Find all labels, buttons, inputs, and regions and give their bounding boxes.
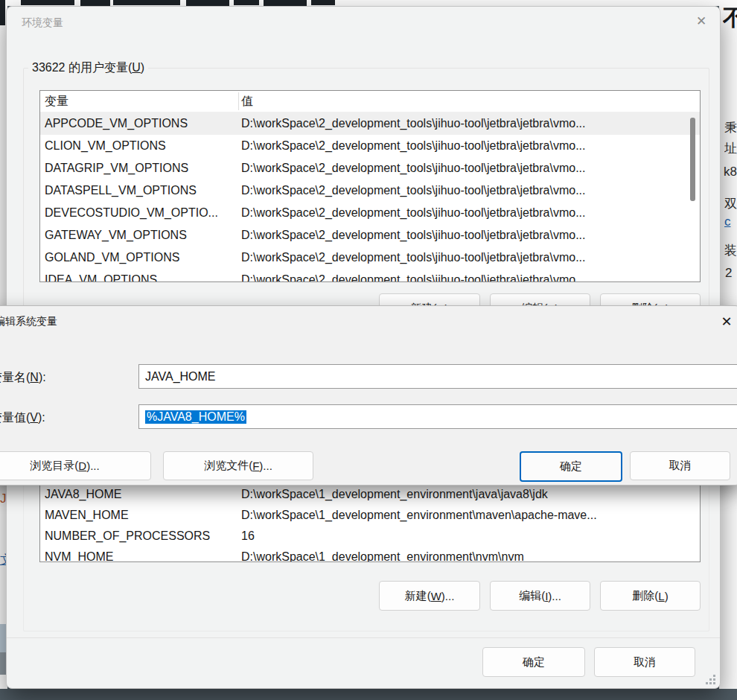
var-name: DEVECOSTUDIO_VM_OPTIO... (40, 206, 238, 220)
button-text: ) (665, 590, 669, 602)
clipped-heading-fragment (234, 0, 259, 5)
clipped-text-fragment: 秉 (724, 119, 737, 136)
var-name: IDEA_VM_OPTIONS (40, 273, 238, 282)
var-value: D:\workSpace\2_development_tools\jihuo-t… (238, 251, 700, 264)
var-value: D:\workSpace\2_development_tools\jihuo-t… (238, 139, 700, 153)
new-system-variable-button[interactable]: 新建(W)... (379, 581, 480, 611)
label-text: ) (141, 61, 144, 74)
button-text: 浏览目录( (30, 459, 78, 473)
table-row[interactable]: GATEWAY_VM_OPTIONS D:\workSpace\2_develo… (40, 224, 700, 246)
button-text: )... (441, 590, 455, 602)
close-icon[interactable]: ✕ (718, 314, 735, 330)
var-value: 16 (238, 529, 700, 543)
user-variables-table: 变量 值 APPCODE_VM_OPTIONS D:\workSpace\2_d… (39, 90, 701, 282)
delete-system-variable-button[interactable]: 删除(L) (600, 581, 701, 611)
clipped-link-fragment[interactable]: c (724, 214, 737, 229)
cancel-button[interactable]: 取消 (594, 647, 695, 677)
var-name: JAVA8_HOME (40, 488, 238, 501)
button-mnemonic: F (252, 459, 259, 472)
dialog-title: 环境变量 (22, 16, 63, 30)
button-text: )... (548, 590, 561, 602)
table-row[interactable]: NVM_HOME D:\workSpace\1_development_envi… (40, 547, 700, 562)
ok-button[interactable]: 确定 (482, 647, 585, 677)
variable-name-input[interactable]: JAVA_HOME (138, 364, 737, 389)
column-divider[interactable] (238, 92, 239, 110)
table-row[interactable]: IDEA_VM_OPTIONS D:\workSpace\2_developme… (40, 269, 700, 282)
table-row[interactable]: JAVA8_HOME D:\workSpace\1_development_en… (40, 484, 700, 505)
vertical-scrollbar[interactable] (690, 118, 695, 201)
ok-button[interactable]: 确定 (520, 451, 622, 482)
browse-file-button[interactable]: 浏览文件(F)... (163, 451, 313, 480)
button-text: )... (259, 459, 272, 472)
var-value: D:\workSpace\1_development_environment\j… (238, 488, 700, 501)
var-name: CLION_VM_OPTIONS (40, 139, 238, 153)
clipped-heading-fragment (21, 0, 74, 5)
resize-grip[interactable] (704, 673, 715, 684)
button-mnemonic: L (658, 590, 664, 602)
clipped-text-fragment: 2 (725, 266, 737, 281)
var-name: DATAGRIP_VM_OPTIONS (40, 162, 238, 175)
label-text: ): (39, 371, 46, 384)
table-row[interactable]: DEVECOSTUDIO_VM_OPTIO... D:\workSpace\2_… (40, 202, 700, 224)
clipped-text-fragment: 双 (724, 195, 737, 212)
input-value: JAVA_HOME (145, 370, 216, 384)
label-mnemonic: N (30, 371, 39, 384)
table-row[interactable]: CLION_VM_OPTIONS D:\workSpace\2_developm… (40, 135, 700, 157)
table-row[interactable]: GOLAND_VM_OPTIONS D:\workSpace\2_develop… (40, 246, 700, 269)
dialog-title: 编辑系统变量 (0, 315, 57, 328)
button-text: 新建( (405, 589, 431, 603)
table-row[interactable]: DATASPELL_VM_OPTIONS D:\workSpace\2_deve… (40, 179, 700, 202)
var-value: D:\workSpace\2_development_tools\jihuo-t… (238, 273, 700, 282)
button-text: 删除( (632, 589, 658, 603)
selected-text: %JAVA8_HOME% (145, 410, 246, 424)
browse-directory-button[interactable]: 浏览目录(D)... (0, 451, 151, 480)
close-icon[interactable]: ✕ (693, 13, 709, 29)
clipped-text-fragment: 址 (724, 140, 737, 157)
column-header-variable[interactable]: 变量 (40, 94, 238, 109)
clipped-text-fragment: 不 (723, 3, 737, 34)
var-name: DATASPELL_VM_OPTIONS (40, 184, 238, 197)
variable-value-input[interactable]: %JAVA8_HOME% (138, 404, 737, 429)
label-text: 变量值( (0, 411, 30, 424)
var-value: D:\workSpace\2_development_tools\jihuo-t… (238, 229, 700, 242)
var-value: D:\workSpace\1_development_environment\n… (238, 550, 700, 562)
table-row[interactable]: NUMBER_OF_PROCESSORS 16 (40, 526, 700, 547)
table-row[interactable]: MAVEN_HOME D:\workSpace\1_development_en… (40, 505, 700, 526)
table-header: 变量 值 (40, 91, 700, 112)
table-row[interactable]: DATAGRIP_VM_OPTIONS D:\workSpace\2_devel… (40, 157, 700, 179)
background-window-strip-top (0, 0, 737, 6)
user-variables-group-label: 33622 的用户变量(U) (28, 60, 148, 76)
clipped-heading-fragment (311, 0, 335, 5)
variable-name-label: 变量名(N): (0, 370, 46, 386)
var-value: D:\workSpace\2_development_tools\jihuo-t… (238, 184, 700, 197)
var-name: MAVEN_HOME (40, 509, 238, 522)
button-mnemonic: W (431, 590, 441, 602)
clipped-heading-fragment (0, 0, 5, 25)
clipped-heading-fragment (186, 0, 229, 6)
var-name: APPCODE_VM_OPTIONS (40, 117, 238, 130)
button-text: 浏览文件( (204, 459, 252, 473)
var-value: D:\workSpace\2_development_tools\jihuo-t… (238, 162, 700, 175)
clipped-text-fragment: 装 (724, 242, 737, 259)
var-name: GOLAND_VM_OPTIONS (40, 251, 238, 264)
column-header-value[interactable]: 值 (238, 94, 700, 109)
footer-divider (7, 637, 720, 638)
clipped-heading-fragment (113, 0, 180, 5)
var-name: NUMBER_OF_PROCESSORS (40, 529, 238, 543)
label-mnemonic: U (132, 61, 141, 74)
variable-value-label: 变量值(V): (0, 410, 45, 426)
edit-system-variable-button[interactable]: 编辑(I)... (490, 581, 590, 611)
var-name: NVM_HOME (40, 550, 238, 562)
var-value: D:\workSpace\2_development_tools\jihuo-t… (238, 206, 700, 220)
label-text: 33622 的用户变量( (32, 61, 132, 74)
var-value: D:\workSpace\1_development_environment\m… (238, 509, 700, 522)
cancel-button[interactable]: 取消 (630, 451, 730, 480)
button-text: 编辑( (519, 589, 545, 603)
clipped-heading-fragment (264, 0, 307, 6)
edit-system-variable-dialog: 编辑系统变量 ✕ 变量名(N): JAVA_HOME 变量值(V): %JAVA… (0, 305, 737, 486)
clipped-heading-fragment (80, 0, 110, 6)
table-row[interactable]: APPCODE_VM_OPTIONS D:\workSpace\2_develo… (40, 112, 700, 135)
clipped-text-fragment: k8 (724, 165, 737, 179)
label-mnemonic: V (30, 411, 38, 424)
label-text: ): (38, 411, 45, 424)
